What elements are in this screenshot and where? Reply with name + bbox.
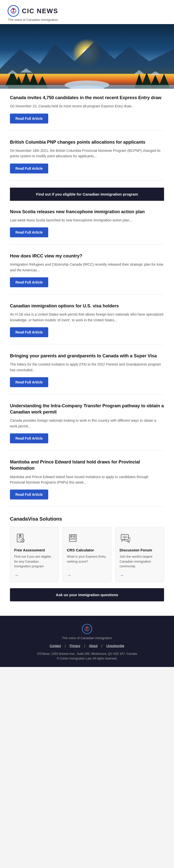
crs-calculator-card: CRS Calculator What is your Express Entr… <box>63 527 111 582</box>
article-1-section: Canada invites 4,750 candidates in the m… <box>0 89 174 133</box>
header-tagline: The voice of Canadian immigration <box>8 18 58 22</box>
free-assessment-title: Free Assessment <box>14 548 54 552</box>
article-7-read-button[interactable]: Read Full Article <box>10 433 48 443</box>
divider-4 <box>10 294 164 294</box>
footer-tagline: The voice of Canadian immigration <box>7 636 167 640</box>
svg-rect-37 <box>73 538 75 539</box>
article-1-read-button[interactable]: Read Full Article <box>10 114 48 124</box>
article-4-excerpt: Immigration Refugees and Citizenship Can… <box>10 262 164 273</box>
discussion-forum-title: Discussion Forum <box>120 548 160 552</box>
crs-calculator-title: CRS Calculator <box>67 548 107 552</box>
crs-calculator-arrow[interactable]: → <box>67 573 107 578</box>
cic-logo-icon <box>7 5 19 17</box>
article-1-excerpt: On November 23, Canada held its most rec… <box>10 103 164 109</box>
article-3-read-button[interactable]: Read Full Article <box>10 227 48 237</box>
svg-marker-46 <box>126 541 129 542</box>
footer-separator-3: | <box>102 644 102 648</box>
article-5-section: Canadian immigration options for U.S. vi… <box>0 297 174 347</box>
footer-links: Contact | Privacy | About | Unsubscribe <box>7 644 167 648</box>
divider-5 <box>10 344 164 344</box>
divider-3 <box>10 244 164 245</box>
footer-address-line2: © Cohen Immigration Law. All rights rese… <box>7 656 167 661</box>
article-5-read-button[interactable]: Read Full Article <box>10 327 48 337</box>
logo-row: CIC NEWS <box>7 5 58 17</box>
bottom-cta-button[interactable]: Ask us your immigration questions <box>10 588 164 601</box>
crs-calculator-icon <box>67 532 79 544</box>
divider-8 <box>10 506 164 507</box>
footer-logo-row <box>7 624 167 634</box>
solutions-title: CanadaVisa Solutions <box>10 516 164 522</box>
free-assessment-card: Free Assessment Find out if you are elig… <box>10 527 59 582</box>
article-7-section: Understanding the Intra-Company Transfer… <box>0 397 174 453</box>
footer-address-line1: CICNews, 1303 Greene Ave., Suite 200, We… <box>7 652 167 656</box>
article-7-excerpt: Canada provides foreign nationals lookin… <box>10 418 164 429</box>
discussion-forum-arrow[interactable]: → <box>120 573 160 578</box>
logo-text: CIC NEWS <box>22 7 58 15</box>
article-6-read-button[interactable]: Read Full Article <box>10 377 48 387</box>
divider-2 <box>10 180 164 181</box>
article-5-title: Canadian immigration options for U.S. vi… <box>10 303 164 309</box>
footer-unsubscribe-link[interactable]: Unsubscribe <box>106 644 124 648</box>
article-6-excerpt: The lottery for the coveted invitation t… <box>10 362 164 373</box>
footer: The voice of Canadian immigration Contac… <box>0 616 174 667</box>
article-2-title: British Columbia PNP changes points allo… <box>10 139 164 145</box>
discussion-forum-card: Discussion Forum Join the world's larges… <box>115 527 164 582</box>
footer-separator-2: | <box>84 644 85 648</box>
discussion-forum-desc: Join the world's largest Canadian immigr… <box>120 554 160 569</box>
hero-svg <box>0 24 174 89</box>
article-2-excerpt: On November 16th 2021, the British Colum… <box>10 148 164 159</box>
article-5-excerpt: An H-1B visa is a United States work per… <box>10 312 164 323</box>
svg-rect-41 <box>121 534 128 539</box>
article-4-section: How does IRCC view my country? Immigrati… <box>0 247 174 297</box>
discussion-forum-icon <box>120 532 132 544</box>
divider-7 <box>10 450 164 451</box>
article-8-title: Manitoba and Prince Edward Island hold d… <box>10 459 164 471</box>
article-7-title: Understanding the Intra-Company Transfer… <box>10 403 164 415</box>
article-1-title: Canada invites 4,750 candidates in the m… <box>10 95 164 101</box>
footer-about-link[interactable]: About <box>89 644 97 648</box>
svg-marker-42 <box>121 539 124 541</box>
svg-point-2 <box>12 8 14 10</box>
cta-banner[interactable]: Find out if you eligible for Canadian im… <box>10 188 164 201</box>
svg-point-32 <box>19 534 21 536</box>
header: CIC NEWS The voice of Canadian immigrati… <box>0 0 174 24</box>
article-6-section: Bringing your parents and grandparents t… <box>0 347 174 397</box>
free-assessment-arrow[interactable]: → <box>14 573 54 578</box>
svg-point-49 <box>86 626 88 628</box>
article-8-read-button[interactable]: Read Full Article <box>10 490 48 499</box>
free-assessment-desc: Find out if you are eligible for any Can… <box>14 554 54 569</box>
solutions-grid: Free Assessment Find out if you are elig… <box>10 527 164 582</box>
article-8-excerpt: Manitoba and Prince Edward Island have i… <box>10 474 164 485</box>
footer-logo-icon <box>82 624 92 634</box>
article-3-title: Nova Scotia releases new francophone imm… <box>10 209 164 215</box>
article-2-section: British Columbia PNP changes points allo… <box>0 133 174 183</box>
article-6-title: Bringing your parents and grandparents t… <box>10 353 164 359</box>
hero-image <box>0 24 174 89</box>
crs-calculator-desc: What is your Express Entry ranking score… <box>67 554 107 569</box>
svg-rect-36 <box>70 538 72 539</box>
footer-separator-1: | <box>65 644 66 648</box>
email-wrapper: CIC NEWS The voice of Canadian immigrati… <box>0 0 174 667</box>
article-8-section: Manitoba and Prince Edward Island hold d… <box>0 453 174 509</box>
divider-1 <box>10 130 164 131</box>
footer-privacy-link[interactable]: Privacy <box>69 644 80 648</box>
article-4-title: How does IRCC view my country? <box>10 253 164 259</box>
article-3-section: Nova Scotia releases new francophone imm… <box>0 203 174 247</box>
solutions-section: CanadaVisa Solutions Free Assessment Fin… <box>0 509 174 608</box>
svg-rect-21 <box>0 85 174 89</box>
article-2-read-button[interactable]: Read Full Article <box>10 163 48 174</box>
free-assessment-icon <box>14 532 26 544</box>
article-3-excerpt: Last week Nova Scotia launched its new f… <box>10 217 164 223</box>
footer-contact-link[interactable]: Contact <box>50 644 61 648</box>
article-4-read-button[interactable]: Read Full Article <box>10 277 48 287</box>
